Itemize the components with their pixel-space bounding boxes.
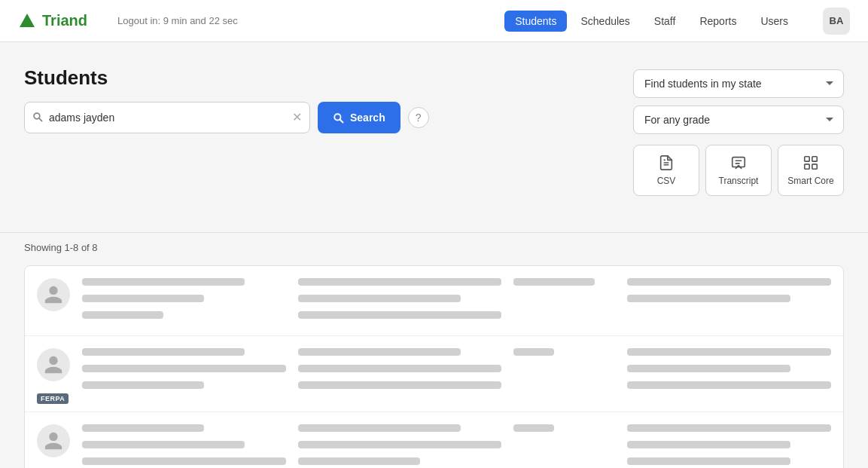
col-name — [82, 424, 286, 468]
topnav: Triand Logout in: 9 min and 22 sec Stude… — [0, 0, 868, 42]
blur-extra1 — [627, 424, 831, 432]
blur-detail2 — [82, 311, 163, 319]
blur-grade — [513, 278, 595, 286]
col-extra — [627, 424, 831, 468]
blur-addr1 — [298, 424, 461, 432]
transcript-icon — [730, 154, 747, 171]
blur-detail2 — [82, 381, 204, 389]
svg-marker-0 — [20, 14, 35, 27]
logo-area: Triand — [18, 12, 87, 30]
ferpa-badge: FERPA — [37, 393, 69, 404]
search-row: ✕ Search ? — [24, 102, 609, 133]
nav-schedules[interactable]: Schedules — [570, 11, 640, 32]
blur-addr3 — [298, 457, 420, 465]
blur-addr2 — [298, 295, 461, 302]
blur-extra3 — [627, 457, 790, 465]
results-area: Showing 1-8 of 8 — [0, 242, 868, 468]
smartcore-export-button[interactable]: Smart Core — [778, 145, 844, 196]
smartcore-icon — [803, 154, 819, 171]
nav-staff[interactable]: Staff — [644, 11, 687, 32]
nav-links: Students Schedules Staff Reports Users — [504, 11, 799, 32]
avatar — [37, 348, 70, 381]
search-button[interactable]: Search — [318, 102, 400, 133]
blur-addr2 — [298, 365, 502, 372]
col-grade — [513, 278, 615, 290]
avatar-button[interactable]: BA — [823, 8, 850, 35]
svg-line-4 — [340, 119, 343, 122]
svg-rect-10 — [805, 157, 809, 161]
logo-text: Triand — [42, 12, 87, 29]
col-name — [82, 348, 286, 393]
export-buttons: CSV Transcript Smart Core — [633, 145, 844, 196]
student-list: FERPA — [24, 265, 844, 468]
blur-name — [82, 348, 245, 356]
blur-extra2 — [627, 441, 790, 448]
search-input[interactable] — [49, 112, 292, 124]
avatar — [37, 278, 70, 311]
blur-addr1 — [298, 348, 461, 356]
csv-icon — [658, 154, 675, 171]
blur-extra1 — [627, 348, 831, 356]
col-grade — [513, 424, 615, 436]
help-button[interactable]: ? — [408, 107, 429, 128]
svg-rect-13 — [812, 164, 817, 169]
student-info — [82, 348, 831, 393]
svg-rect-11 — [812, 157, 817, 161]
grade-filter-dropdown[interactable]: For any grade Grade K Grade 1 Grade 2 — [633, 106, 844, 134]
blur-name — [82, 424, 204, 432]
csv-export-button[interactable]: CSV — [633, 145, 699, 196]
blur-addr3 — [298, 381, 502, 389]
col-extra — [627, 348, 831, 393]
nav-users[interactable]: Users — [750, 11, 799, 32]
blur-detail — [82, 441, 245, 448]
col-address — [298, 424, 502, 468]
blur-addr2 — [298, 441, 502, 448]
col-address — [298, 278, 502, 323]
transcript-label: Transcript — [719, 176, 759, 186]
left-panel: Students ✕ Search ? — [24, 66, 609, 133]
blur-detail2 — [82, 457, 286, 465]
blur-addr3 — [298, 311, 502, 319]
col-name — [82, 278, 286, 323]
blur-detail — [82, 365, 286, 372]
csv-label: CSV — [657, 176, 676, 186]
blur-name — [82, 278, 245, 286]
col-extra — [627, 278, 831, 307]
student-info — [82, 424, 831, 468]
logo-icon — [18, 12, 36, 30]
main-content: Students ✕ Search ? — [0, 42, 868, 220]
table-row[interactable] — [25, 266, 843, 336]
search-small-icon — [32, 112, 43, 124]
blur-extra2 — [627, 365, 790, 372]
blur-addr1 — [298, 278, 502, 286]
svg-line-2 — [39, 118, 42, 121]
search-input-wrap: ✕ — [24, 102, 310, 133]
blur-extra3 — [627, 381, 831, 389]
svg-rect-12 — [805, 164, 809, 169]
table-row[interactable]: FERPA — [25, 336, 843, 412]
blur-grade — [513, 424, 554, 432]
nav-students[interactable]: Students — [504, 11, 567, 32]
divider — [0, 232, 868, 233]
blur-extra1 — [627, 278, 831, 286]
avatar — [37, 424, 70, 457]
blur-detail — [82, 295, 204, 302]
blur-extra2 — [627, 295, 790, 302]
transcript-export-button[interactable]: Transcript — [705, 145, 772, 196]
col-address — [298, 348, 502, 393]
page-title: Students — [24, 66, 609, 90]
blur-grade — [513, 348, 554, 356]
showing-text: Showing 1-8 of 8 — [24, 242, 844, 253]
clear-search-button[interactable]: ✕ — [292, 112, 302, 124]
student-info — [82, 278, 831, 323]
nav-reports[interactable]: Reports — [689, 11, 747, 32]
col-grade — [513, 348, 615, 360]
smartcore-label: Smart Core — [787, 176, 833, 186]
table-row[interactable]: FERPA — [25, 412, 843, 468]
logout-message: Logout in: 9 min and 22 sec — [117, 15, 238, 26]
state-filter-dropdown[interactable]: Find students in my state My state only … — [633, 69, 844, 98]
right-panel: Find students in my state My state only … — [633, 66, 844, 196]
search-btn-icon — [333, 112, 344, 124]
